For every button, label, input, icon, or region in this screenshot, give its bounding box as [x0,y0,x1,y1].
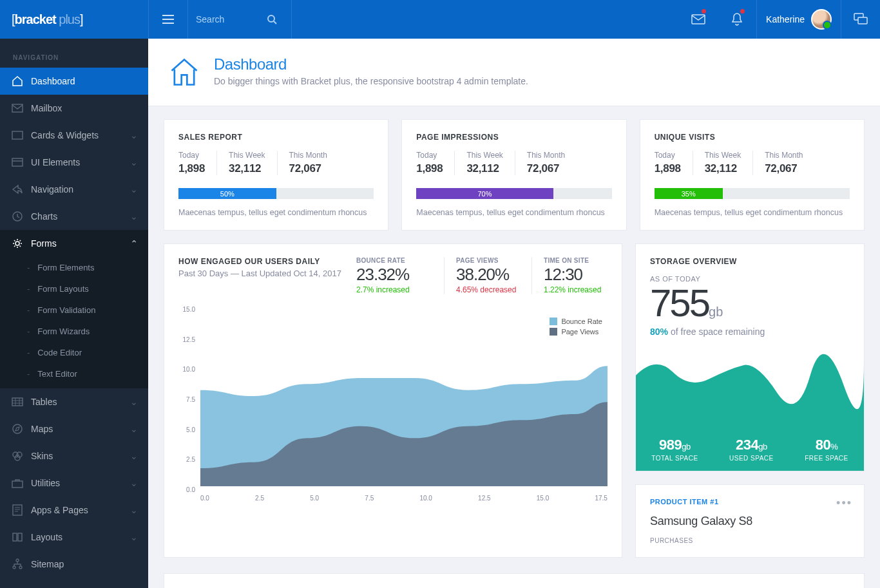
engage-subtitle: Past 30 Days — Last Updated Oct 14, 2017 [178,269,341,278]
chevron-down-icon: ⌄ [130,211,138,222]
chevron-down-icon: ⌄ [130,424,138,434]
svg-rect-4 [12,104,23,112]
nav-cards[interactable]: Cards & Widgets ⌄ [0,122,148,149]
x-axis: 0.02.55.07.510.012.515.017.5 [200,495,607,502]
compass-icon [10,423,24,435]
search-input[interactable] [196,14,267,24]
sub-form-validation[interactable]: Form Validation [0,299,148,321]
svg-rect-5 [12,131,23,139]
chevron-down-icon: ⌄ [130,451,138,461]
brand-name: bracket [15,12,56,26]
search-icon [267,14,277,24]
sub-text-editor[interactable]: Text Editor [0,363,148,384]
search-box[interactable] [188,0,291,39]
nav-label: Sitemap [31,559,64,569]
chevron-down-icon: ⌄ [130,532,138,542]
svg-rect-9 [12,398,23,406]
home-hero-icon [167,55,201,89]
user-menu[interactable]: Katherine [757,0,841,39]
sitemap-icon [10,558,24,570]
area-chart: Bounce RatePage Views 15.012.510.07.55.0… [178,306,607,506]
logo[interactable]: [bracket plus] [0,12,148,27]
nav-maps[interactable]: Maps ⌄ [0,415,148,442]
svg-point-0 [268,15,274,22]
nav-charts[interactable]: Charts ⌄ [0,203,148,230]
sub-form-elements[interactable]: Form Elements [0,257,148,278]
svg-rect-3 [858,17,867,24]
stat-card-1: PAGE IMPRESSIONS Today1,898 This Week32,… [401,119,626,231]
progress-bar: 35% [655,188,850,199]
main-content: Dashboard Do bigger things with Bracket … [148,39,880,588]
nav-navigation[interactable]: Navigation ⌄ [0,176,148,203]
share-icon [10,184,24,194]
page-title: Dashboard [214,55,528,73]
chat-button[interactable] [841,0,880,39]
clock-icon [10,211,24,222]
mail-icon [10,104,24,113]
svg-rect-1 [692,15,705,24]
cards-icon [10,131,24,140]
mail-badge [702,9,706,14]
svg-point-8 [15,242,19,245]
progress-bar: 50% [178,188,374,199]
svg-point-18 [19,566,22,569]
nav-skins[interactable]: Skins ⌄ [0,442,148,469]
mail-icon [691,14,705,24]
sub-code-editor[interactable]: Code Editor [0,342,148,363]
storage-title: STORAGE OVERVIEW [650,257,850,266]
stat-note: Maecenas tempus, tellus eget condimentum… [178,208,374,217]
avatar [811,9,832,30]
nav-label: Charts [31,211,57,222]
user-name: Katherine [766,14,805,24]
nav-dashboard[interactable]: Dashboard [0,68,148,95]
storage-value: 755gb [650,284,850,323]
nav-tables[interactable]: Tables ⌄ [0,388,148,415]
nav-mailbox[interactable]: Mailbox [0,95,148,122]
nav-layouts[interactable]: Layouts ⌄ [0,524,148,551]
stat-title: SALES REPORT [178,133,374,142]
gear-icon [10,238,24,249]
storage-card: STORAGE OVERVIEW AS OF TODAY 755gb 80% o… [635,243,865,471]
nav-label: Skins [31,451,53,461]
chevron-down-icon: ⌄ [130,478,138,488]
nav-section-label: Navigation [0,45,148,68]
notif-badge [740,9,745,14]
nav-label: Tables [31,397,57,407]
engagement-card-2: HOW ENGAGED OUR USERS DAILY [164,573,865,588]
top-stat-cards: SALES REPORT Today1,898 This Week32,112 … [148,106,880,243]
ui-icon [10,158,24,167]
chat-icon [854,13,868,26]
product-name: Samsung Galaxy S8 [650,515,850,528]
mail-button[interactable] [679,0,718,39]
metric: TIME ON SITE 12:30 1.22% increased [531,257,607,294]
product-label: PRODUCT ITEM #1 [650,498,850,506]
nav-label: Mailbox [31,103,62,113]
sub-form-layouts[interactable]: Form Layouts [0,278,148,299]
metric: BOUNCE RATE 23.32% 2.7% increased [356,257,432,294]
more-options-button[interactable]: ••• [836,497,852,510]
topbar: [bracket plus] Katherine [0,0,880,39]
nav-forms[interactable]: Forms ⌄ [0,230,148,257]
page-header: Dashboard Do bigger things with Bracket … [148,39,880,106]
storage-wave: 989gbTOTAL SPACE234gbUSED SPACE80%FREE S… [636,348,864,471]
menu-toggle-button[interactable] [149,0,187,39]
engage-metrics: BOUNCE RATE 23.32% 2.7% increased PAGE V… [356,257,607,294]
svg-point-17 [13,566,15,569]
nav-utilities[interactable]: Utilities ⌄ [0,469,148,497]
svg-rect-15 [13,505,22,515]
book-icon [10,532,24,542]
storage-pct: 80% of free space remaining [650,327,850,337]
notifications-button[interactable] [718,0,756,39]
nav-label: Apps & Pages [31,505,88,515]
chevron-down-icon: ⌄ [130,157,138,167]
briefcase-icon [10,478,24,488]
svg-point-10 [13,424,22,433]
nav-sitemap[interactable]: Sitemap [0,551,148,578]
chevron-down-icon: ⌄ [130,238,138,249]
progress-bar: 70% [416,188,611,199]
nav-ui-elements[interactable]: UI Elements ⌄ [0,149,148,176]
storage-stats: 989gbTOTAL SPACE234gbUSED SPACE80%FREE S… [636,437,864,462]
nav-apps[interactable]: Apps & Pages ⌄ [0,497,148,524]
nav-label: UI Elements [31,157,80,167]
sub-form-wizards[interactable]: Form Wizards [0,321,148,342]
